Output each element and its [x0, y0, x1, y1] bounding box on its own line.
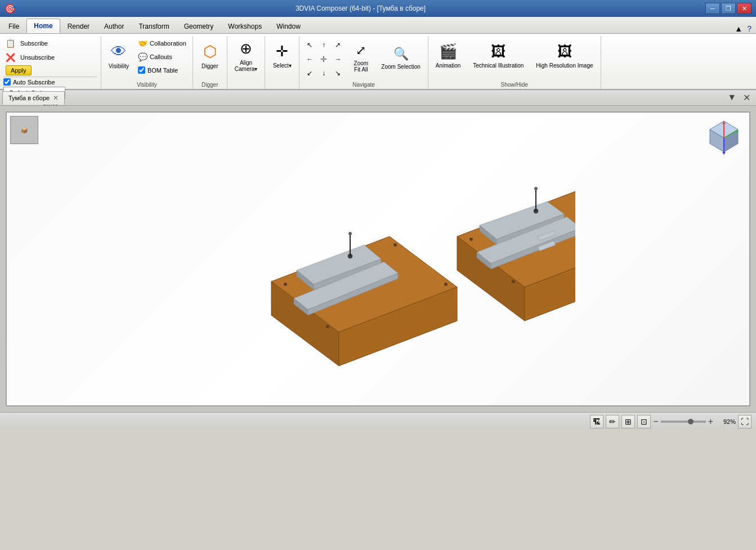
- zoom-fit-all-label: ZoomFit All: [354, 60, 369, 73]
- digger-label: Digger: [202, 63, 218, 69]
- app-icon: 🎯: [5, 3, 16, 14]
- select-button[interactable]: ✛ Select▾: [269, 36, 296, 75]
- tab-home[interactable]: Home: [26, 19, 60, 33]
- close-button[interactable]: ✕: [737, 3, 751, 14]
- ribbon-tab-bar: File Home Render Author Transform Geomet…: [0, 17, 756, 34]
- align-camera-icon: ⊕: [240, 40, 252, 57]
- callouts-icon: 💬: [138, 52, 147, 61]
- select-icon: ✛: [276, 43, 288, 60]
- status-icon-fit[interactable]: ⛶: [738, 415, 751, 428]
- nav-cell-ml[interactable]: ←: [303, 52, 316, 66]
- animation-button[interactable]: 🎬 Animation: [432, 36, 464, 75]
- ribbon-group-visibility: 👁 Visibility 🤝 Collaboration 💬 Callouts …: [101, 36, 193, 89]
- status-bar: 🏗 ✏ ⊞ ⊡ − + 92% ⛶: [0, 412, 756, 430]
- nav-cell-tr[interactable]: ↗: [331, 38, 345, 52]
- technical-illustration-label: Technical Illustration: [473, 62, 524, 69]
- status-icon-grid[interactable]: ⊞: [621, 415, 635, 428]
- align-camera-button[interactable]: ⊕ AlignCamera▾: [231, 36, 262, 75]
- tab-transform[interactable]: Transform: [131, 19, 176, 33]
- doc-tab[interactable]: Тумба в сборе ✕: [2, 91, 65, 105]
- tab-close-button[interactable]: ✕: [741, 92, 753, 103]
- subscribe-label: Subscribe: [20, 40, 48, 47]
- bom-table-checkbox[interactable]: [138, 66, 145, 75]
- zoom-slider[interactable]: [661, 421, 706, 423]
- visibility-group-label: Visibility: [105, 81, 189, 89]
- nav-cube[interactable]: [704, 118, 744, 158]
- help-icon[interactable]: ?: [747, 24, 751, 33]
- digger-icon: ⬡: [203, 42, 217, 61]
- auto-subscribe-label: Auto Subscribe: [13, 79, 55, 86]
- visibility-icon: 👁: [111, 42, 127, 61]
- ribbon-group-align-camera: ⊕ AlignCamera▾: [227, 36, 266, 89]
- nav-cell-tc[interactable]: ↑: [317, 38, 330, 52]
- tab-minimize-button[interactable]: ▼: [725, 92, 739, 103]
- tab-geometry[interactable]: Geometry: [177, 19, 221, 33]
- callouts-label: Callouts: [150, 53, 172, 60]
- svg-point-11: [348, 232, 352, 235]
- restore-button[interactable]: ❐: [721, 3, 736, 14]
- visibility-small-buttons: 🤝 Collaboration 💬 Callouts BOM Table: [135, 36, 189, 77]
- ribbon-group-select: ✛ Select▾: [265, 36, 299, 89]
- minimize-button[interactable]: ─: [705, 3, 720, 14]
- unsubscribe-icon: ❌: [6, 53, 15, 62]
- high-resolution-image-label: High Resolution Image: [536, 62, 593, 69]
- tab-file[interactable]: File: [1, 19, 26, 33]
- high-resolution-image-button[interactable]: 🖼 High Resolution Image: [532, 36, 597, 75]
- nav-cell-bc[interactable]: ↓: [317, 66, 330, 80]
- technical-illustration-button[interactable]: 🖼 Technical Illustration: [469, 36, 527, 75]
- animation-label: Animation: [436, 62, 460, 69]
- visibility-label: Visibility: [109, 63, 129, 69]
- bom-table-label: BOM Table: [147, 67, 178, 74]
- tab-author[interactable]: Author: [97, 19, 131, 33]
- tab-workshops[interactable]: Workshops: [221, 19, 269, 33]
- auto-subscribe-checkbox[interactable]: [3, 78, 11, 86]
- zoom-control: − + 92%: [653, 417, 736, 427]
- svg-point-13: [444, 283, 448, 286]
- tab-end-controls: ▼ ✕: [725, 92, 756, 103]
- zoom-selection-button[interactable]: 🔍 Zoom Selection: [377, 38, 424, 78]
- doc-tab-close-button[interactable]: ✕: [53, 94, 59, 102]
- align-camera-group-label: [231, 81, 262, 89]
- window-controls: ─ ❐ ✕: [705, 3, 751, 14]
- subscribe-button[interactable]: Subscribe: [17, 37, 51, 50]
- zoom-slider-thumb[interactable]: [688, 419, 694, 424]
- viewport[interactable]: [6, 111, 750, 406]
- digger-button[interactable]: ⬡ Digger: [196, 36, 223, 75]
- unsubscribe-label: Unsubscribe: [20, 54, 55, 61]
- apply-button[interactable]: Apply: [6, 65, 32, 75]
- doc-tab-title: Тумба в сборе: [8, 95, 50, 101]
- nav-cell-tl[interactable]: ↖: [303, 38, 316, 52]
- svg-point-27: [534, 187, 538, 190]
- unsubscribe-button[interactable]: Unsubscribe: [17, 51, 57, 64]
- auto-subscribe-row: Auto Subscribe: [3, 78, 97, 86]
- technical-illustration-icon: 🖼: [491, 43, 506, 60]
- svg-point-30: [512, 280, 515, 283]
- title-bar: 🎯 3DVIA Composer (64-bit) - [Тумба в сбо…: [0, 0, 756, 17]
- help-up-icon[interactable]: ▲: [735, 24, 742, 33]
- window-title: 3DVIA Composer (64-bit) - [Тумба в сборе…: [16, 5, 705, 12]
- align-camera-label: AlignCamera▾: [235, 60, 258, 72]
- nav-cell-bl[interactable]: ↙: [303, 66, 316, 80]
- svg-point-12: [284, 283, 287, 286]
- nav-cell-br[interactable]: ↘: [331, 66, 345, 80]
- tab-render[interactable]: Render: [60, 19, 97, 33]
- zoom-plus-button[interactable]: +: [708, 417, 713, 427]
- status-icon-edit[interactable]: ✏: [606, 415, 619, 428]
- zoom-minus-button[interactable]: −: [653, 417, 658, 427]
- nav-cell-mr[interactable]: →: [331, 52, 345, 66]
- animation-icon: 🎬: [439, 43, 457, 60]
- zoom-fit-all-button[interactable]: ⤢ ZoomFit All: [347, 38, 375, 78]
- bom-table-button[interactable]: BOM Table: [135, 64, 189, 77]
- tab-window[interactable]: Window: [269, 19, 308, 33]
- 3d-model-svg: [181, 113, 575, 405]
- callouts-button[interactable]: 💬 Callouts: [135, 51, 189, 63]
- viewport-container: 📦: [0, 106, 756, 412]
- zoom-fit-all-icon: ⤢: [356, 43, 366, 58]
- status-icon-model[interactable]: 🏗: [590, 415, 603, 428]
- status-icon-frame[interactable]: ⊡: [637, 415, 651, 428]
- doc-tab-bar: Тумба в сборе ✕ ▼ ✕: [0, 90, 756, 106]
- nav-cell-mc[interactable]: ✛: [317, 52, 330, 66]
- collaboration-button[interactable]: 🤝 Collaboration: [135, 37, 189, 50]
- visibility-button[interactable]: 👁 Visibility: [105, 36, 133, 75]
- unsubscribe-row: ❌ Unsubscribe: [6, 51, 57, 64]
